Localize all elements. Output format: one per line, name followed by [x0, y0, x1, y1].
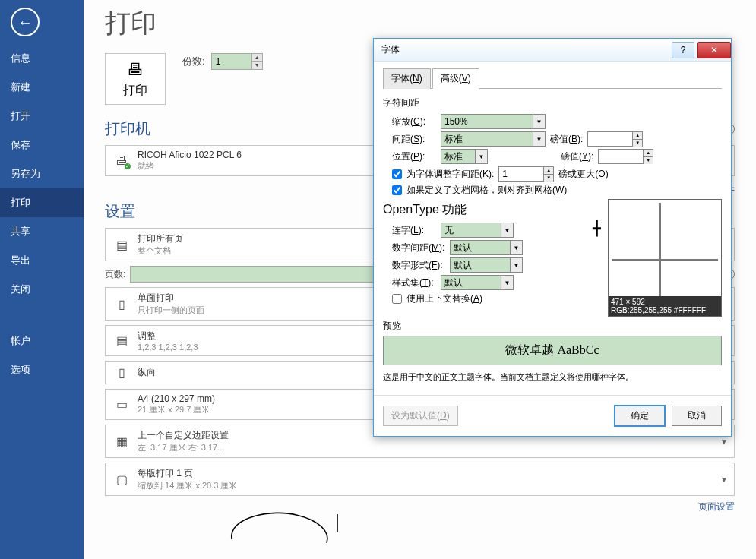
sidebar-item-save[interactable]: 保存	[0, 131, 84, 159]
position-select[interactable]: ▼	[441, 149, 488, 164]
kerning-label: 为字体调整字间距(K):	[406, 168, 494, 181]
spacing-select[interactable]: ▼	[441, 131, 546, 147]
sidebar-item-close[interactable]: 关闭	[0, 275, 84, 304]
spacing-input[interactable]	[441, 132, 533, 146]
chevron-down-icon[interactable]: ▼	[501, 276, 513, 289]
point-b-input[interactable]	[588, 132, 632, 146]
sheet-icon: ▢	[112, 472, 131, 487]
tab-advanced[interactable]: 高级(V)	[432, 68, 479, 89]
point-y-input[interactable]	[599, 150, 643, 163]
point-y-label: 磅值(Y):	[561, 150, 593, 163]
back-arrow-icon: ←	[17, 14, 33, 31]
printer-header: 打印机	[105, 118, 150, 139]
sidebar-item-saveas[interactable]: 另存为	[0, 159, 84, 188]
snap-grid-checkbox[interactable]	[392, 185, 402, 195]
backstage-sidebar: ← 信息 新建 打开 保存 另存为 打印 共享 导出 关闭 帐户 选项	[0, 0, 84, 559]
sidebar-item-options[interactable]: 选项	[0, 355, 84, 384]
document-icon: ▤	[112, 238, 131, 252]
num-spacing-select[interactable]: ▼	[450, 240, 523, 255]
dialog-title: 字体	[381, 43, 672, 56]
styleset-select[interactable]: ▼	[441, 275, 514, 290]
coord-rgb: RGB:255,255,255 #FFFFFF	[611, 306, 719, 314]
status-ready-icon: ✓	[124, 163, 131, 170]
chevron-down-icon[interactable]: ▼	[510, 241, 522, 254]
print-button-label: 打印	[123, 83, 147, 99]
num-form-select[interactable]: ▼	[450, 257, 523, 273]
ok-button[interactable]: 确定	[614, 405, 666, 427]
printer-icon: 🖶	[127, 60, 144, 80]
ligature-select[interactable]: ▼	[441, 223, 514, 238]
back-button[interactable]: ←	[11, 8, 40, 36]
coord-size: 471 × 592	[611, 298, 719, 306]
page-setup-link[interactable]: 页面设置	[105, 501, 735, 513]
tab-font[interactable]: 字体(N)	[383, 68, 431, 89]
spacing-group-label: 字符间距	[383, 96, 722, 109]
font-dialog: 字体 ? ✕ 字体(N) 高级(V) 字符间距 缩放(C): ▼ 间距(S): …	[373, 38, 732, 437]
preview-description: 这是用于中文的正文主题字体。当前文档主题定义将使用哪种字体。	[383, 371, 722, 383]
scale-input[interactable]	[441, 115, 533, 128]
position-input[interactable]	[441, 150, 475, 163]
chevron-down-icon[interactable]: ▼	[533, 132, 545, 146]
spacing-label: 间距(S):	[392, 133, 436, 146]
copies-label: 份数:	[182, 55, 205, 68]
kerning-unit: 磅或更大(O)	[558, 168, 608, 181]
kerning-input[interactable]	[499, 167, 543, 181]
point-y-spinner[interactable]: ▲▼	[598, 149, 653, 164]
sidebar-item-open[interactable]: 打开	[0, 102, 84, 131]
styleset-label: 样式集(T):	[392, 276, 436, 289]
copies-up[interactable]: ▲	[252, 54, 262, 62]
sidebar-item-export[interactable]: 导出	[0, 246, 84, 275]
sidebar-item-share[interactable]: 共享	[0, 217, 84, 246]
copies-down[interactable]: ▼	[252, 62, 262, 68]
sidebar-item-info[interactable]: 信息	[0, 44, 84, 73]
paper-icon: ▭	[112, 397, 131, 412]
settings-header: 设置	[105, 201, 135, 222]
position-label: 位置(P):	[392, 150, 436, 163]
chevron-down-icon[interactable]: ▼	[533, 115, 545, 128]
sidebar-item-print[interactable]: 打印	[0, 188, 84, 217]
opentype-group-label: OpenType 功能	[383, 202, 603, 218]
cancel-button[interactable]: 取消	[672, 406, 722, 426]
chevron-down-icon[interactable]: ▼	[510, 258, 522, 272]
set-default-button[interactable]: 设为默认值(D)	[383, 406, 458, 426]
print-button[interactable]: 🖶 打印	[105, 53, 166, 105]
chevron-down-icon[interactable]: ▼	[501, 223, 513, 237]
scale-label: 缩放(C):	[392, 115, 436, 128]
preview-label: 预览	[383, 320, 722, 333]
portrait-icon: ▯	[112, 365, 131, 380]
collate-icon: ▤	[112, 333, 131, 348]
print-title: 打印	[105, 6, 735, 41]
pages-label: 页数:	[105, 268, 125, 281]
color-picker-preview: 471 × 592RGB:255,255,255 #FFFFFF	[608, 199, 722, 317]
chevron-down-icon: ▼	[720, 475, 728, 484]
margins-icon: ▦	[112, 434, 131, 449]
num-spacing-label: 数字间距(M):	[392, 242, 445, 254]
point-b-label: 磅值(B):	[550, 133, 583, 146]
ligature-label: 连字(L):	[392, 224, 436, 237]
scale-select[interactable]: ▼	[441, 114, 546, 129]
chevron-down-icon: ▼	[720, 437, 728, 446]
close-button[interactable]: ✕	[697, 42, 731, 58]
per-sheet-select[interactable]: ▢每版打印 1 页缩放到 14 厘米 x 20.3 厘米▼	[105, 463, 735, 496]
snap-grid-label: 如果定义了文档网格，则对齐到网格(W)	[406, 184, 567, 197]
sidebar-item-account[interactable]: 帐户	[0, 327, 84, 355]
page-icon: ▯	[112, 297, 131, 311]
help-button[interactable]: ?	[672, 42, 694, 58]
dialog-titlebar[interactable]: 字体 ? ✕	[374, 39, 731, 62]
num-form-label: 数字形式(F):	[392, 259, 445, 272]
chevron-down-icon[interactable]: ▼	[475, 150, 487, 163]
context-alt-label: 使用上下文替换(A)	[406, 292, 482, 305]
copies-input[interactable]	[212, 54, 251, 69]
crosshair-h-icon	[612, 259, 718, 261]
kerning-checkbox[interactable]	[392, 169, 402, 179]
font-preview: 微软卓越 AaBbCc	[383, 336, 722, 365]
sidebar-item-new[interactable]: 新建	[0, 73, 84, 102]
copies-spinner[interactable]: ▲▼	[211, 53, 263, 70]
kerning-spinner[interactable]: ▲▼	[498, 166, 554, 182]
point-b-spinner[interactable]: ▲▼	[587, 131, 643, 147]
context-alt-checkbox[interactable]	[392, 294, 402, 304]
